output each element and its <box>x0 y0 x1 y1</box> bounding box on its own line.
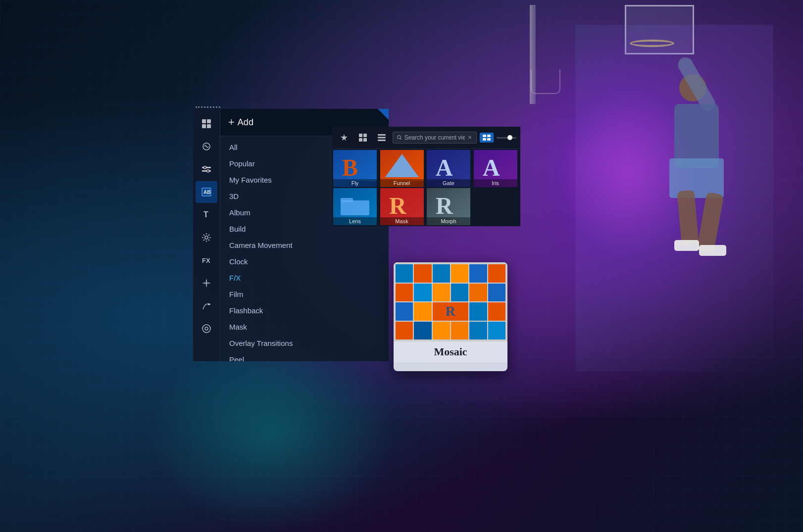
svg-text:R: R <box>436 193 453 219</box>
view-toggle[interactable] <box>480 133 494 143</box>
category-peel[interactable]: Peel <box>220 351 389 361</box>
svg-rect-40 <box>341 198 353 202</box>
sidebar-icon-curve[interactable] <box>196 295 217 317</box>
sidebar-icon-settings[interactable] <box>196 227 217 248</box>
sidebar-icon-speed[interactable] <box>196 318 217 339</box>
content-toolbar: ✕ <box>332 127 520 149</box>
player-figure <box>590 15 778 386</box>
add-button[interactable]: + Add <box>228 116 253 129</box>
sidebar-icon-magic[interactable] <box>196 272 217 294</box>
svg-line-25 <box>400 139 401 140</box>
svg-rect-19 <box>359 138 362 142</box>
thumbnails-grid: B Fly <box>332 149 520 226</box>
category-clock[interactable]: Clock <box>220 253 389 270</box>
gate-label: Gate <box>427 179 470 187</box>
mosaic-preview-card[interactable]: .mc1 { background: #e65100; } .mc2 { bac… <box>394 262 507 371</box>
dotted-accent <box>196 106 220 108</box>
mosaic-image: .mc1 { background: #e65100; } .mc2 { bac… <box>394 262 507 341</box>
player-shoe-left <box>674 240 699 251</box>
player-leg-left <box>677 190 699 246</box>
search-clear-button[interactable]: ✕ <box>467 134 472 141</box>
svg-text:A: A <box>436 154 453 181</box>
svg-point-12 <box>205 236 208 239</box>
svg-rect-2 <box>202 124 206 128</box>
svg-point-16 <box>205 327 208 330</box>
search-box: ✕ <box>393 132 477 144</box>
list-view-icon[interactable] <box>374 130 390 145</box>
sidebar-icon-effects[interactable] <box>196 158 217 180</box>
size-slider[interactable] <box>497 137 516 139</box>
search-input[interactable] <box>404 134 465 141</box>
add-label: Add <box>238 117 253 128</box>
sidebar-icon-text[interactable]: AB <box>196 181 217 203</box>
svg-rect-18 <box>363 134 367 137</box>
lens-label: Lens <box>333 217 377 225</box>
svg-rect-28 <box>483 138 486 141</box>
svg-point-24 <box>398 136 401 139</box>
mosaic-label: Mosaic <box>394 341 507 362</box>
favorites-toolbar-icon[interactable] <box>336 130 352 145</box>
svg-text:A: A <box>483 154 500 181</box>
category-film[interactable]: Film <box>220 286 389 302</box>
svg-rect-29 <box>487 138 491 141</box>
svg-point-8 <box>207 170 209 172</box>
svg-point-15 <box>202 325 210 333</box>
player-leg-right <box>697 192 724 253</box>
svg-rect-3 <box>207 124 211 128</box>
sidebar-icon-media[interactable] <box>196 113 217 135</box>
sidebar-icon-title[interactable]: T <box>196 204 217 226</box>
category-fx[interactable]: F/X <box>220 270 389 286</box>
thumbnail-fly[interactable]: B Fly <box>333 150 379 187</box>
thumbnail-gate[interactable]: A Gate <box>427 150 473 187</box>
svg-rect-1 <box>207 119 211 123</box>
svg-rect-27 <box>487 135 491 137</box>
thumbnail-funnel[interactable]: Funnel <box>380 150 426 187</box>
svg-text:AB: AB <box>203 190 210 195</box>
grid-view-icon[interactable] <box>355 130 371 145</box>
thumbnail-lens[interactable]: Lens <box>333 188 379 225</box>
svg-rect-26 <box>483 135 486 137</box>
svg-rect-0 <box>202 119 206 123</box>
svg-text:B: B <box>342 154 358 181</box>
thumbnail-morph[interactable]: R Morph <box>427 188 473 225</box>
plus-icon: + <box>228 116 235 129</box>
svg-rect-17 <box>359 134 362 137</box>
sidebar: AB T FX <box>193 109 220 361</box>
morph-label: Morph <box>427 217 470 225</box>
funnel-label: Funnel <box>380 179 424 187</box>
corner-accent <box>378 109 389 120</box>
thumbnail-iris[interactable]: A Iris <box>474 150 520 187</box>
category-overlay-transitions[interactable]: Overlay Transitions <box>220 335 389 351</box>
category-mask[interactable]: Mask <box>220 319 389 335</box>
svg-text:T: T <box>203 210 208 219</box>
category-flashback[interactable]: Flashback <box>220 302 389 319</box>
player-shoe-right <box>699 245 726 256</box>
svg-text:FX: FX <box>202 257 210 264</box>
category-camera-movement[interactable]: Camera Movement <box>220 237 389 253</box>
sidebar-icon-audio[interactable] <box>196 136 217 157</box>
svg-rect-39 <box>341 200 369 215</box>
player-shorts <box>669 158 724 198</box>
svg-rect-20 <box>363 138 367 142</box>
iris-label: Iris <box>474 179 517 187</box>
svg-text:R: R <box>389 193 407 219</box>
sidebar-icon-fx[interactable]: FX <box>196 249 217 271</box>
content-panel: ✕ <box>332 127 520 226</box>
svg-rect-21 <box>378 134 386 136</box>
svg-point-7 <box>204 166 206 169</box>
fly-label: Fly <box>333 179 377 187</box>
svg-point-14 <box>205 282 207 284</box>
thumbnail-mask[interactable]: R Mask <box>380 188 426 225</box>
search-icon <box>397 135 402 141</box>
svg-rect-23 <box>378 140 386 141</box>
svg-rect-22 <box>378 137 386 139</box>
mask-label: Mask <box>380 217 424 225</box>
